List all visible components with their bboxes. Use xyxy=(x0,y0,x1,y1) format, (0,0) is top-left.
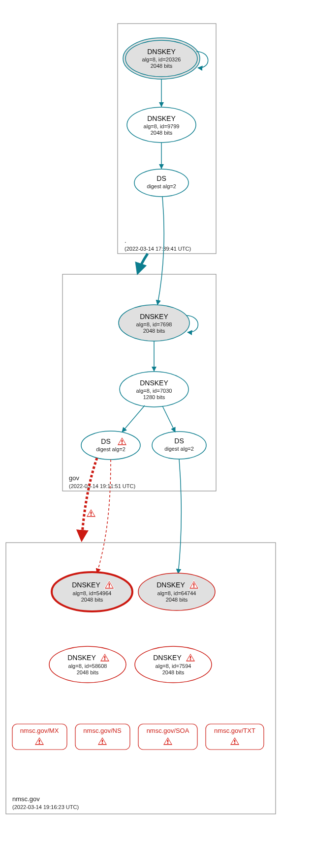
svg-text:DS: DS xyxy=(156,174,166,182)
svg-text:DNSKEY: DNSKEY xyxy=(153,654,182,662)
svg-text:2048 bits: 2048 bits xyxy=(166,597,188,603)
svg-text:DNSKEY: DNSKEY xyxy=(140,379,168,387)
node-gov-zsk: DNSKEY alg=8, id=7030 1280 bits xyxy=(120,372,188,407)
node-nmsc-k3: DNSKEY alg=8, id=58608 2048 bits xyxy=(49,646,126,683)
zone-nmsc-time: (2022-03-14 19:16:23 UTC) xyxy=(12,804,79,810)
node-root-zsk: DNSKEY alg=8, id=9799 2048 bits xyxy=(127,107,196,143)
svg-text:digest alg=2: digest alg=2 xyxy=(96,446,125,452)
node-gov-ds-warn: DS digest alg=2 xyxy=(81,431,140,460)
edge-gov-to-nmsc xyxy=(82,458,97,540)
svg-text:2048 bits: 2048 bits xyxy=(81,597,103,603)
dnssec-diagram: . (2022-03-14 17:39:41 UTC) DNSKEY alg=8… xyxy=(0,0,313,868)
svg-text:alg=8, id=7594: alg=8, id=7594 xyxy=(156,663,191,669)
svg-text:alg=8, id=7698: alg=8, id=7698 xyxy=(136,321,172,327)
rr-mx: nmsc.gov/MX xyxy=(12,724,67,750)
zone-root-label: . xyxy=(125,237,126,244)
svg-text:nmsc.gov/MX: nmsc.gov/MX xyxy=(20,727,59,734)
zone-nmsc-label: nmsc.gov xyxy=(12,795,40,803)
svg-text:DNSKEY: DNSKEY xyxy=(140,313,168,320)
node-gov-ds: DS digest alg=2 xyxy=(152,432,206,459)
svg-text:alg=8, id=64744: alg=8, id=64744 xyxy=(157,590,196,596)
svg-text:2048 bits: 2048 bits xyxy=(151,130,173,136)
svg-text:digest alg=2: digest alg=2 xyxy=(147,183,176,189)
svg-text:2048 bits: 2048 bits xyxy=(143,328,165,334)
svg-text:1280 bits: 1280 bits xyxy=(143,394,165,400)
svg-text:digest alg=2: digest alg=2 xyxy=(164,446,194,452)
zone-gov-time: (2022-03-14 19:11:51 UTC) xyxy=(69,483,135,489)
svg-text:2048 bits: 2048 bits xyxy=(77,669,99,675)
edge-root-to-gov xyxy=(138,254,148,273)
node-gov-ksk: DNSKEY alg=8, id=7698 2048 bits xyxy=(119,305,189,341)
svg-text:2048 bits: 2048 bits xyxy=(151,63,173,69)
svg-text:DNSKEY: DNSKEY xyxy=(147,115,176,122)
svg-text:nmsc.gov/NS: nmsc.gov/NS xyxy=(83,727,122,734)
node-root-ds: DS digest alg=2 xyxy=(134,169,188,197)
svg-text:nmsc.gov/SOA: nmsc.gov/SOA xyxy=(147,727,189,734)
node-nmsc-k2: DNSKEY alg=8, id=64744 2048 bits xyxy=(138,573,215,610)
warning-icon xyxy=(86,509,96,517)
svg-text:DNSKEY: DNSKEY xyxy=(67,654,96,662)
node-root-ksk: DNSKEY alg=8, id=20326 2048 bits xyxy=(123,38,200,79)
svg-text:DS: DS xyxy=(101,437,110,445)
zone-gov-label: gov xyxy=(69,474,79,482)
svg-text:alg=8, id=20326: alg=8, id=20326 xyxy=(142,57,181,62)
zone-nmsc xyxy=(6,543,276,814)
svg-text:alg=8, id=58608: alg=8, id=58608 xyxy=(68,663,107,669)
svg-point-11 xyxy=(134,169,188,197)
svg-point-25 xyxy=(152,432,206,459)
rr-ns: nmsc.gov/NS xyxy=(75,724,130,750)
svg-text:alg=8, id=54964: alg=8, id=54964 xyxy=(73,590,112,596)
node-nmsc-k4: DNSKEY alg=8, id=7594 2048 bits xyxy=(135,646,212,683)
svg-text:alg=8, id=9799: alg=8, id=9799 xyxy=(144,123,180,129)
svg-point-22 xyxy=(81,431,140,460)
svg-text:alg=8, id=7030: alg=8, id=7030 xyxy=(136,388,172,394)
svg-text:2048 bits: 2048 bits xyxy=(162,669,185,675)
rr-soa: nmsc.gov/SOA xyxy=(138,724,197,750)
zone-root-time: (2022-03-14 17:39:41 UTC) xyxy=(125,246,191,252)
svg-text:DNSKEY: DNSKEY xyxy=(156,581,185,589)
rr-txt: nmsc.gov/TXT xyxy=(206,724,264,750)
node-nmsc-k1: DNSKEY alg=8, id=54964 2048 bits xyxy=(52,572,132,611)
svg-text:DNSKEY: DNSKEY xyxy=(147,48,176,56)
svg-text:DNSKEY: DNSKEY xyxy=(72,581,100,589)
svg-text:nmsc.gov/TXT: nmsc.gov/TXT xyxy=(214,727,255,734)
svg-text:DS: DS xyxy=(174,437,184,445)
